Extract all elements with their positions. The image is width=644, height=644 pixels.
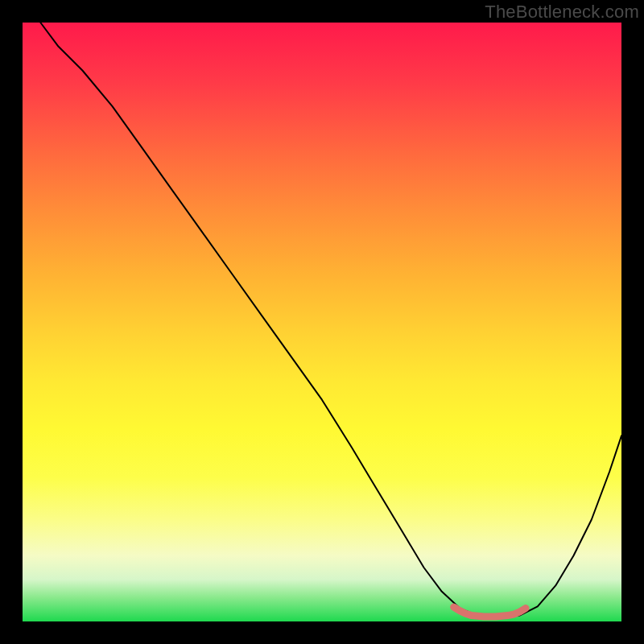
bottleneck-curve — [40, 23, 621, 617]
watermark-text: TheBottleneck.com — [485, 2, 639, 23]
optimal-band — [454, 607, 526, 617]
chart-frame: TheBottleneck.com — [0, 0, 644, 644]
plot-area — [23, 23, 621, 621]
chart-svg — [23, 23, 621, 621]
